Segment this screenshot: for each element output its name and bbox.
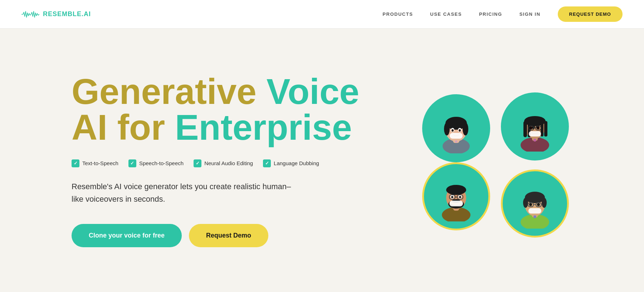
nav-item-sign-in[interactable]: SIGN IN <box>519 11 541 17</box>
avatar-wrapper-2 <box>501 92 572 161</box>
hero-title: Generative Voice AI for Enterprise <box>72 73 359 145</box>
avatar-face-4-icon <box>510 178 560 229</box>
logo-text: RESEMBLE.AI <box>43 10 91 18</box>
svg-point-48 <box>523 198 528 208</box>
svg-point-38 <box>451 196 453 198</box>
navbar: RESEMBLE.AI PRODUCTS USE CASES PRICING S… <box>0 0 644 29</box>
avatar-wrapper-3 <box>422 162 494 230</box>
svg-point-25 <box>530 126 532 129</box>
avatar-2 <box>501 92 569 161</box>
avatar-wrapper-1 <box>422 94 494 162</box>
svg-point-9 <box>459 129 461 131</box>
svg-rect-20 <box>544 121 547 137</box>
svg-point-11 <box>455 140 457 143</box>
avatar-1 <box>422 94 490 162</box>
svg-rect-55 <box>528 208 541 214</box>
logo[interactable]: RESEMBLE.AI <box>21 9 91 19</box>
hero-title-ai: AI for <box>72 107 175 147</box>
check-icon-tts <box>72 159 79 167</box>
logo-waveform-icon <box>21 9 39 19</box>
svg-point-8 <box>452 129 454 131</box>
feature-label-tts: Text-to-Speech <box>82 160 118 166</box>
hero-content: Generative Voice AI for Enterprise Text-… <box>72 73 359 247</box>
svg-point-28 <box>533 139 536 142</box>
nav-item-use-cases[interactable]: USE CASES <box>430 11 462 17</box>
feature-label-nae: Neural Audio Editing <box>204 160 253 166</box>
hero-title-voice: Voice <box>267 71 359 111</box>
nav-item-pricing[interactable]: PRICING <box>479 11 502 17</box>
feature-language-dubbing: Language Dubbing <box>263 159 319 167</box>
nav-links: PRODUCTS USE CASES PRICING SIGN IN REQUE… <box>382 6 623 22</box>
feature-label-ld: Language Dubbing <box>274 160 319 166</box>
svg-point-54 <box>537 203 540 206</box>
svg-point-53 <box>529 203 532 206</box>
avatar-4 <box>501 169 569 238</box>
avatar-face-2-icon <box>510 101 560 152</box>
hero-description: Resemble's AI voice generator lets you c… <box>72 180 293 205</box>
svg-rect-10 <box>450 133 463 139</box>
avatar-face-3-icon <box>431 171 481 221</box>
svg-point-32 <box>446 185 466 195</box>
check-icon-ld <box>263 159 271 167</box>
svg-point-56 <box>533 215 536 218</box>
feature-neural-audio-editing: Neural Audio Editing <box>194 159 253 167</box>
hero-section: Generative Voice AI for Enterprise Text-… <box>0 29 644 292</box>
feature-label-sts: Speech-to-Speech <box>139 160 184 166</box>
svg-point-21 <box>524 116 546 126</box>
svg-rect-27 <box>529 131 541 137</box>
hero-features: Text-to-Speech Speech-to-Speech Neural A… <box>72 159 359 167</box>
nav-request-demo-button[interactable]: REQUEST DEMO <box>558 6 623 22</box>
svg-point-5 <box>463 123 468 135</box>
nav-item-products[interactable]: PRODUCTS <box>382 11 413 17</box>
avatar-3 <box>422 162 490 230</box>
check-icon-sts <box>128 159 136 167</box>
hero-title-enterprise: Enterprise <box>175 107 352 147</box>
hero-buttons: Clone your voice for free Request Demo <box>72 224 359 247</box>
avatar-wrapper-4 <box>501 169 572 238</box>
svg-point-4 <box>444 123 450 135</box>
check-icon-nae <box>194 159 201 167</box>
avatar-grid <box>422 85 572 236</box>
svg-point-39 <box>459 196 461 198</box>
hero-title-generative: Generative <box>72 71 267 111</box>
feature-text-to-speech: Text-to-Speech <box>72 159 118 167</box>
request-demo-button[interactable]: Request Demo <box>189 224 268 247</box>
svg-point-26 <box>537 126 540 129</box>
svg-rect-43 <box>449 201 463 206</box>
svg-point-49 <box>542 198 547 208</box>
clone-voice-button[interactable]: Clone your voice for free <box>72 224 182 247</box>
avatar-face-1-icon <box>431 103 481 153</box>
feature-speech-to-speech: Speech-to-Speech <box>128 159 184 167</box>
